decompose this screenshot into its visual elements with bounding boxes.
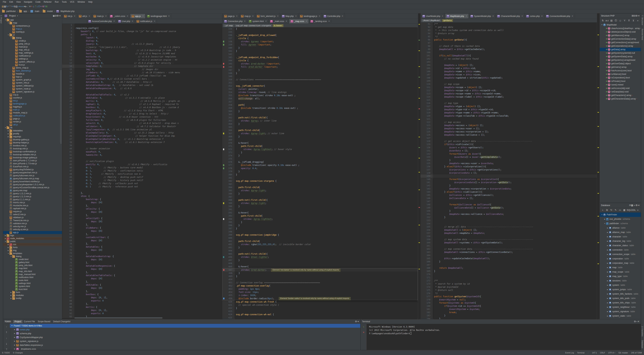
tree-item-page.js[interactable]: JSpage.js [3,117,62,120]
tree-item-system_graph.js[interactable]: JSsystem_graph.js [3,78,62,81]
error-stripe-mark[interactable] [418,147,420,148]
tree-item-select2.min.js[interactable]: 010select2.min.js [3,213,62,216]
close-icon[interactable]: ✕ [318,15,320,17]
close-icon[interactable]: ✕ [265,20,267,22]
editor-appjs[interactable]: 12requirejs.config({3 baseUrl: 0, // use… [62,24,222,319]
terminal-output[interactable]: Microsoft Windows [Version 6.3.9600](c) … [366,324,641,350]
editor-tab-ConnectionModel.php[interactable]: phpConnectionModel.php✕ [544,14,575,18]
tree-item-jquery.mCustomScrollbar.concat.min.js[interactable]: 010jquery.mCustomScrollbar.concat.min.js [3,186,62,189]
tree-item-validator.min.js[interactable]: 010validator.min.js [3,222,62,225]
tree-item-require.js[interactable]: JSrequire.js [3,210,62,213]
tree-item-dialog[interactable]: ▼dialog [3,37,62,40]
tree-item-isCorporation():bool[interactable]: misCorporation():bool [600,76,641,79]
error-stripe-mark[interactable] [418,109,420,109]
console-icon[interactable]: ▦ [631,204,633,207]
table-icon[interactable]: ▦ [622,208,626,212]
editor-tab-main.js[interactable]: JSmain.js✕ [92,14,108,18]
more-icon[interactable]: » [636,208,640,212]
error-stripe-mark[interactable] [418,242,420,243]
close-icon[interactable]: ✕ [244,20,246,22]
tree-item-bootstrap-image-gallery.js[interactable]: JSbootstrap-image-gallery.js [3,156,62,159]
chevron-down-icon[interactable]: ▼ [17,15,18,17]
editor-tab-Controller.php[interactable]: phpController.php✕ [322,14,345,18]
open-icon[interactable]: ▤ [2,5,4,8]
hide-icon[interactable]: ⇥ [638,15,640,17]
back-icon[interactable]: ⇦ [20,5,22,8]
tree-item-jquery.easypiechart.min.js[interactable]: 010jquery.easypiechart.min.js [3,171,62,174]
close-icon[interactable]: ✕ [521,15,523,17]
tree-item-map_scope: table[interactable]: ▶▦map_scope: table [600,270,641,274]
new-icon[interactable]: ＋ [601,208,605,212]
close-icon[interactable]: ✕ [88,15,90,17]
close-icon[interactable]: ✕ [492,15,494,17]
tree-item-character_status: table[interactable]: ▶▦character_status: table [600,243,641,248]
tree-item-system_static: table[interactable]: ▶▦system_static: table [600,314,641,318]
edit-icon[interactable]: ✎ [614,208,618,212]
tree-item-connection: table[interactable]: ▶▦connection: table [600,248,641,252]
group-icon[interactable]: ▤ [610,19,614,23]
tool-button-structure[interactable]: 7: Structure [641,15,644,25]
tree-item-init.js[interactable]: JSinit.js [3,99,62,102]
editor-tab-_landing.scss[interactable]: S_landing.scss✕ [309,19,332,24]
menu-item[interactable]: VCS [68,0,76,4]
editor-tab-AccessController.php[interactable]: phpAccessController.php✕ [87,19,116,24]
error-stripe-mark[interactable] [418,87,420,88]
help-icon[interactable]: ? [44,5,46,8]
tree-item-getSystem(systemId):null[interactable]: mgetSystem(systemId):null [600,51,641,55]
tree-item-jquery.dragToSelect.js[interactable]: JSjquery.dragToSelect.js [3,168,62,171]
tree-item-dialog[interactable]: ▼dialog [3,255,62,258]
todo-file-CcpSystemsMapper.php[interactable]: ▶phpCcpSystemsMapper.php [10,335,360,339]
error-stripe-mark[interactable] [418,137,420,137]
context-chip[interactable]: .pf-map [223,24,234,27]
tree-item-overlay.js[interactable]: JSoverlay.js [3,31,62,34]
more-icon[interactable]: » [636,19,640,23]
todo-file-cortex.php[interactable]: ▶phpcortex.php [10,328,360,331]
tree-item-save():mixed[interactable]: msave():mixed [600,83,641,87]
tree-item-alliance_map: table[interactable]: ▶▦alliance_map: table [600,230,641,235]
editor-tab-landingpage.html[interactable]: <>landingpage.html✕ [146,14,172,18]
editor-tab-landingpage.js[interactable]: JSlandingpage.js✕ [298,14,322,18]
error-stripe-mark[interactable] [598,112,599,113]
file-encoding[interactable]: UTF-8 ÷ [608,352,615,354]
copy-icon[interactable]: ⧉ [14,5,15,8]
tree-item-bootstrap-confirmation.js[interactable]: JSbootstrap-confirmation.js [3,150,62,153]
line-separator[interactable]: CRLF [600,352,605,354]
tree-item-corporation: table[interactable]: ▶▦corporation: table [600,257,641,261]
tree-item-trust.js[interactable]: JStrust.js [3,63,62,66]
tree-item-system_neighbour: table[interactable]: ▶▦system_neighbour: table [600,305,641,309]
close-icon[interactable]: ✕ [466,15,467,17]
tree-item-module_map.js[interactable]: JSmodule_map.js [3,111,62,114]
tree-item-corporation_map: table[interactable]: ▶▦corporation_map: table [600,261,641,265]
breadcrumb-item-app[interactable]: app [19,10,27,13]
tree-item-system_route.js[interactable]: JSsystem_route.js [3,87,62,90]
tree-item-credit.html[interactable]: <>credit.html [3,258,62,261]
context-chip[interactable]: \Model\MapModel [422,19,442,22]
git-branch[interactable]: Git: master [618,352,628,354]
menu-item[interactable]: Edit [8,0,14,4]
tree-item-delete(accessObject):void[interactable]: mdelete(accessObject):void [600,30,641,34]
tree-item-header.js[interactable]: JSheader.js [3,72,62,75]
tree-item-datatables[interactable]: ▶datatables [3,129,62,132]
tree-item-ccp.js[interactable]: JSccp.js [3,93,62,96]
tree-item-velocity.min.js[interactable]: 010velocity.min.js [3,225,62,228]
tree-item-render.js[interactable]: JSrender.js [3,120,62,123]
error-stripe-mark[interactable] [598,193,599,194]
error-stripe-mark[interactable] [598,35,599,35]
tree-item-system_info.js[interactable]: JSsystem_info.js [3,81,62,84]
tree-item-dom.jsPlumb-1.7.2-min.js[interactable]: 010dom.jsPlumb-1.7.2-min.js [3,159,62,162]
error-stripe-mark[interactable] [598,66,599,67]
tree-item-getAlliances():array[interactable]: mgetAlliances():array [600,34,641,37]
tree-item-requirejs[interactable]: ▶requirejs [3,135,62,138]
collapse-all-icon[interactable]: ⊟ [55,15,57,17]
tree-item-css[interactable]: ▶css [3,243,62,246]
tool-button-changes[interactable]: 9: Changes [13,352,23,354]
tree-item-map: table[interactable]: ▶▦map: table [600,265,641,270]
close-icon[interactable]: ✕ [286,20,287,22]
tree-item-clearAccess([clearKeys : array = …[interactable]: mclearAccess([clearKeys : array = … [600,27,641,30]
tree-item-jquery-1.11.2.min.js[interactable]: 010jquery-1.11.2.min.js [3,192,62,195]
error-stripe-mark[interactable] [598,147,599,148]
settings-icon[interactable]: ⚙ [56,15,58,17]
tree-item-system: table[interactable]: ▶▦system: table [600,283,641,287]
tree-item-jquery.lazylinepainter-1.5.1.min.js[interactable]: 010jquery.lazylinepainter-1.5.1.min.js [3,183,62,186]
tree-item-EasePack.min.js[interactable]: 010EasePack.min.js [3,165,62,168]
